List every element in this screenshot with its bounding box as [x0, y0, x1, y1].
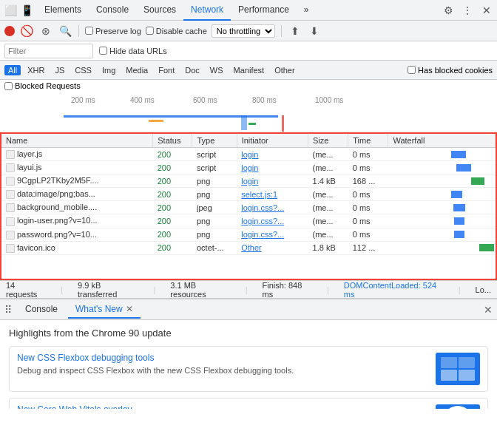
col-size[interactable]: Size [308, 134, 348, 148]
col-name[interactable]: Name [1, 134, 153, 148]
upload-icon[interactable]: ⬆ [288, 24, 302, 38]
tab-sources[interactable]: Sources [136, 0, 183, 21]
disable-cache-checkbox[interactable] [146, 27, 154, 35]
table-row[interactable]: favicon.ico200octet-...Other1.8 kB112 ..… [1, 241, 496, 254]
type-btn-ws[interactable]: WS [206, 65, 227, 75]
settings-icon[interactable]: ⚙ [441, 3, 456, 18]
type-btn-media[interactable]: Media [122, 65, 152, 75]
type-btn-font[interactable]: Font [155, 65, 178, 75]
filter-input[interactable] [4, 44, 93, 58]
clear-button[interactable]: 🚫 [19, 24, 34, 38]
more-icon[interactable]: ⋮ [460, 3, 475, 18]
feature-title-flexbox[interactable]: New CSS Flexbox debugging tools [17, 353, 428, 363]
disable-cache-label[interactable]: Disable cache [146, 27, 207, 35]
mark-400: 400 ms [130, 96, 155, 104]
type-btn-all[interactable]: All [4, 65, 21, 75]
type-btn-other[interactable]: Other [271, 65, 299, 75]
preserve-log-label[interactable]: Preserve log [85, 27, 141, 35]
col-time[interactable]: Time [348, 134, 388, 148]
type-btn-img[interactable]: Img [98, 65, 119, 75]
close-whats-new-icon[interactable]: ✕ [126, 304, 133, 314]
table-row[interactable]: password.png?v=10...200pnglogin.css?...(… [1, 228, 496, 241]
tab-network[interactable]: Network [183, 0, 231, 21]
tab-console-bottom[interactable]: Console [18, 301, 65, 319]
cell-name: login-user.png?v=10... [1, 214, 153, 228]
cell-waterfall [388, 188, 496, 201]
main-tab-group: Elements Console Sources Network Perform… [37, 0, 441, 21]
table-row[interactable]: layui.js200scriptlogin(me...0 ms [1, 161, 496, 174]
table-row[interactable]: background_mobile....200jpeglogin.css?..… [1, 201, 496, 214]
tab-performance[interactable]: Performance [231, 0, 297, 21]
finish-time: Finish: 848 ms [263, 281, 312, 299]
status-bar: 14 requests | 9.9 kB transferred | 3.1 M… [0, 280, 497, 298]
col-waterfall[interactable]: Waterfall [388, 134, 496, 148]
cell-status: 200 [153, 241, 192, 254]
cell-time: 0 ms [348, 188, 388, 201]
col-type[interactable]: Type [192, 134, 237, 148]
cell-waterfall [388, 174, 496, 188]
cell-name: favicon.ico [1, 241, 153, 254]
cell-time: 0 ms [348, 148, 388, 161]
blocked-requests-checkbox[interactable] [4, 82, 13, 90]
initiator-link[interactable]: select.js:1 [241, 190, 277, 199]
table-row[interactable]: data:image/png;bas...200pngselect.js:1(m… [1, 188, 496, 201]
feature-card-flexbox[interactable]: New CSS Flexbox debugging tools Debug an… [9, 346, 488, 392]
cell-size: (me... [308, 214, 348, 228]
type-btn-doc[interactable]: Doc [181, 65, 203, 75]
search-icon[interactable]: 🔍 [58, 24, 72, 38]
tab-more[interactable]: » [297, 0, 317, 21]
table-row[interactable]: layer.js200scriptlogin(me...0 ms [1, 148, 496, 161]
type-btn-css[interactable]: CSS [71, 65, 95, 75]
cell-waterfall [388, 214, 496, 228]
has-blocked-label[interactable]: Has blocked cookies [408, 66, 493, 75]
filter-icon[interactable]: ⊛ [38, 24, 53, 38]
feature-title-cwv[interactable]: New Core Web Vitals overlay [17, 404, 428, 409]
initiator-link[interactable]: login.css?... [241, 203, 284, 212]
col-initiator[interactable]: Initiator [237, 134, 308, 148]
mark-800: 800 ms [252, 96, 277, 104]
timeline-bar-blue2 [241, 115, 247, 130]
device-icon[interactable]: 📱 [19, 3, 34, 18]
bottom-panel: ⠿ Console What's New ✕ ✕ Highlights from… [0, 298, 497, 448]
cell-time: 0 ms [348, 228, 388, 241]
close-panel-icon[interactable]: ✕ [484, 304, 493, 316]
cell-type: png [192, 228, 237, 241]
tab-console[interactable]: Console [89, 0, 136, 21]
download-icon[interactable]: ⬇ [307, 24, 322, 38]
record-button[interactable] [4, 26, 15, 36]
col-status[interactable]: Status [153, 134, 192, 148]
tab-whats-new[interactable]: What's New ✕ [68, 301, 141, 319]
hide-data-urls-checkbox[interactable] [99, 47, 107, 55]
table-row[interactable]: 9CgpLP2TKby2M5F....200pnglogin1.4 kB168 … [1, 174, 496, 188]
inspect-icon[interactable]: ⬜ [3, 3, 18, 18]
type-btn-js[interactable]: JS [51, 65, 68, 75]
cell-initiator: login [237, 174, 308, 188]
initiator-link[interactable]: login.css?... [241, 230, 284, 239]
cell-size: (me... [308, 201, 348, 214]
initiator-link[interactable]: login [241, 150, 258, 159]
feature-thumb-flexbox [436, 353, 480, 385]
feature-card-cwv[interactable]: New Core Web Vitals overlay Visualize pa… [9, 398, 488, 409]
timeline-bar-green [248, 123, 256, 125]
initiator-link[interactable]: Other [241, 243, 262, 252]
initiator-link[interactable]: login [241, 177, 258, 186]
dom-loaded: DOMContentLoaded: 524 ms [344, 281, 444, 299]
hide-data-urls-label[interactable]: Hide data URLs [99, 47, 167, 55]
initiator-link[interactable]: login [241, 163, 258, 172]
table-row[interactable]: login-user.png?v=10...200pnglogin.css?..… [1, 214, 496, 228]
cell-time: 0 ms [348, 201, 388, 214]
cell-status: 200 [153, 214, 192, 228]
cell-name: background_mobile.... [1, 201, 153, 214]
cell-size: (me... [308, 188, 348, 201]
has-blocked-checkbox[interactable] [408, 66, 416, 74]
throttle-select[interactable]: No throttling [212, 24, 275, 38]
tab-elements[interactable]: Elements [37, 0, 89, 21]
initiator-link[interactable]: login.css?... [241, 217, 284, 225]
cell-time: 168 ... [348, 174, 388, 188]
undock-icon[interactable]: ✕ [479, 3, 494, 18]
type-btn-xhr[interactable]: XHR [24, 65, 48, 75]
network-table-container: Name Status Type Initiator Size Time Wat… [0, 132, 497, 280]
type-btn-manifest[interactable]: Manifest [230, 65, 268, 75]
cell-status: 200 [153, 174, 192, 188]
preserve-log-checkbox[interactable] [85, 27, 93, 35]
